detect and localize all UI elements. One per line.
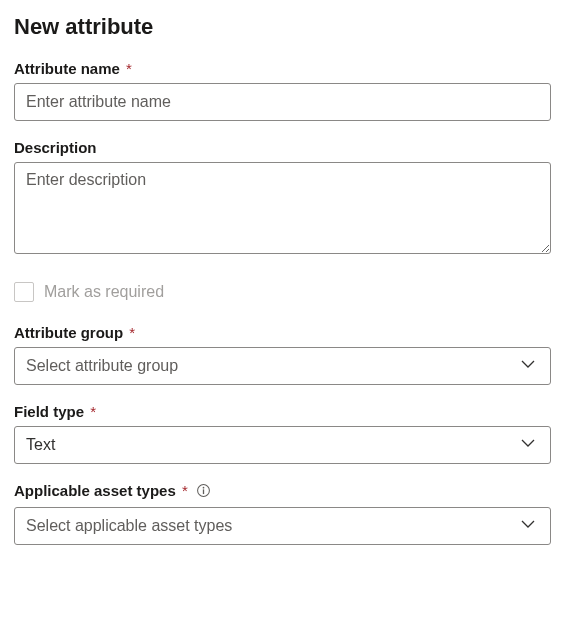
applicable-asset-types-label: Applicable asset types * xyxy=(14,482,551,501)
chevron-down-icon xyxy=(520,435,536,455)
attribute-group-dropdown-text: Select attribute group xyxy=(26,357,178,375)
attribute-name-label: Attribute name * xyxy=(14,60,551,77)
field-type-label: Field type * xyxy=(14,403,551,420)
attribute-group-dropdown[interactable]: Select attribute group xyxy=(14,347,551,385)
required-star-icon: * xyxy=(126,60,132,77)
attribute-group-field: Attribute group * Select attribute group xyxy=(14,324,551,385)
info-icon[interactable] xyxy=(196,483,211,501)
description-label-text: Description xyxy=(14,139,97,156)
svg-rect-2 xyxy=(203,489,204,494)
applicable-asset-types-field: Applicable asset types * Select applicab… xyxy=(14,482,551,545)
description-label: Description xyxy=(14,139,551,156)
attribute-name-label-text: Attribute name xyxy=(14,60,120,77)
field-type-dropdown-text: Text xyxy=(26,436,55,454)
description-input[interactable] xyxy=(14,162,551,254)
field-type-label-text: Field type xyxy=(14,403,84,420)
mark-required-checkbox[interactable] xyxy=(14,282,34,302)
applicable-asset-types-dropdown-text: Select applicable asset types xyxy=(26,517,232,535)
applicable-asset-types-dropdown[interactable]: Select applicable asset types xyxy=(14,507,551,545)
chevron-down-icon xyxy=(520,356,536,376)
mark-required-checkbox-row[interactable]: Mark as required xyxy=(14,282,551,302)
chevron-down-icon xyxy=(520,516,536,536)
applicable-asset-types-label-text: Applicable asset types xyxy=(14,482,176,499)
svg-point-1 xyxy=(203,487,205,489)
attribute-name-input[interactable] xyxy=(14,83,551,121)
required-star-icon: * xyxy=(182,482,188,499)
attribute-group-label: Attribute group * xyxy=(14,324,551,341)
attribute-name-field: Attribute name * xyxy=(14,60,551,121)
field-type-dropdown[interactable]: Text xyxy=(14,426,551,464)
attribute-group-label-text: Attribute group xyxy=(14,324,123,341)
page-title: New attribute xyxy=(14,14,551,40)
description-field: Description xyxy=(14,139,551,258)
required-star-icon: * xyxy=(129,324,135,341)
field-type-field: Field type * Text xyxy=(14,403,551,464)
mark-required-label: Mark as required xyxy=(44,283,164,301)
required-star-icon: * xyxy=(90,403,96,420)
